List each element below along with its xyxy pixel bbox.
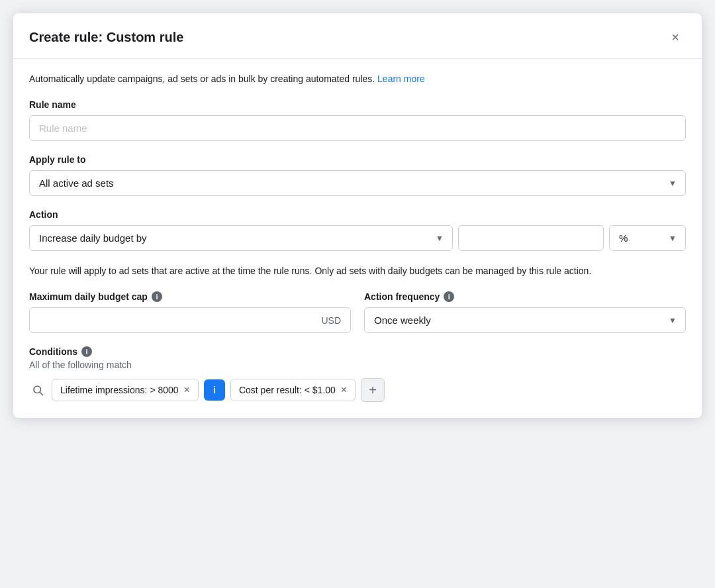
apply-rule-section: Apply rule to All active ad sets All act… [29,154,686,196]
budget-cap-label: Maximum daily budget cap [29,291,148,302]
action-frequency-select[interactable]: Once weekly Once daily Once every 30 min… [364,307,686,333]
action-value-input[interactable]: 20 [458,225,604,251]
condition-info-button[interactable]: i [204,379,225,401]
rule-name-input[interactable] [29,115,686,141]
conditions-search-icon[interactable] [29,381,46,399]
conditions-info-icon[interactable]: i [81,346,92,357]
two-col-row: Maximum daily budget cap i USD Action fr… [29,291,686,333]
condition-pill-2-remove[interactable]: × [341,385,347,395]
condition-pill-1: Lifetime impressions: > 8000 × [52,379,199,401]
action-row: Increase daily budget by Decrease daily … [29,225,686,251]
modal-body: Automatically update campaigns, ad sets … [13,59,702,418]
svg-point-0 [34,386,41,393]
budget-cap-input[interactable] [30,308,321,332]
conditions-row: Lifetime impressions: > 8000 × i Cost pe… [29,378,686,402]
action-notice-text: Your rule will apply to ad sets that are… [29,264,686,278]
rule-name-section: Rule name [29,99,686,141]
modal-header: Create rule: Custom rule × [13,13,702,59]
budget-cap-label-row: Maximum daily budget cap i [29,291,351,302]
modal-title: Create rule: Custom rule [29,30,183,45]
apply-rule-label: Apply rule to [29,154,686,165]
condition-pill-1-text: Lifetime impressions: > 8000 [60,385,179,395]
action-type-select[interactable]: Increase daily budget by Decrease daily … [29,225,453,251]
budget-cap-info-icon[interactable]: i [152,291,162,302]
action-frequency-info-icon[interactable]: i [444,291,454,302]
conditions-label-row: Conditions i [29,346,686,357]
budget-cap-currency: USD [321,309,350,332]
action-type-wrapper: Increase daily budget by Decrease daily … [29,225,453,251]
create-rule-modal: Create rule: Custom rule × Automatically… [13,13,702,418]
budget-cap-section: Maximum daily budget cap i USD [29,291,351,333]
action-unit-wrapper: % USD ▼ [609,225,686,251]
condition-pill-2: Cost per result: < $1.00 × [230,379,356,401]
learn-more-link[interactable]: Learn more [377,74,425,84]
description-text: Automatically update campaigns, ad sets … [29,72,686,86]
apply-rule-select-wrapper: All active ad sets All active campaigns … [29,170,686,196]
conditions-section: Conditions i All of the following match … [29,346,686,402]
add-condition-button[interactable]: + [361,378,385,402]
action-unit-select[interactable]: % USD [609,225,686,251]
action-section: Action Increase daily budget by Decrease… [29,209,686,251]
action-frequency-select-wrapper: Once weekly Once daily Once every 30 min… [364,307,686,333]
conditions-sublabel: All of the following match [29,360,686,370]
budget-cap-input-wrapper: USD [29,307,351,333]
apply-rule-select[interactable]: All active ad sets All active campaigns … [29,170,686,196]
action-frequency-label-row: Action frequency i [364,291,686,302]
conditions-label: Conditions [29,346,77,357]
action-label: Action [29,209,686,220]
condition-pill-2-text: Cost per result: < $1.00 [239,385,336,395]
svg-line-1 [40,393,43,395]
action-frequency-section: Action frequency i Once weekly Once dail… [364,291,686,333]
rule-name-label: Rule name [29,99,686,110]
close-button[interactable]: × [665,26,686,48]
condition-pill-1-remove[interactable]: × [184,385,190,395]
action-frequency-label: Action frequency [364,291,440,302]
